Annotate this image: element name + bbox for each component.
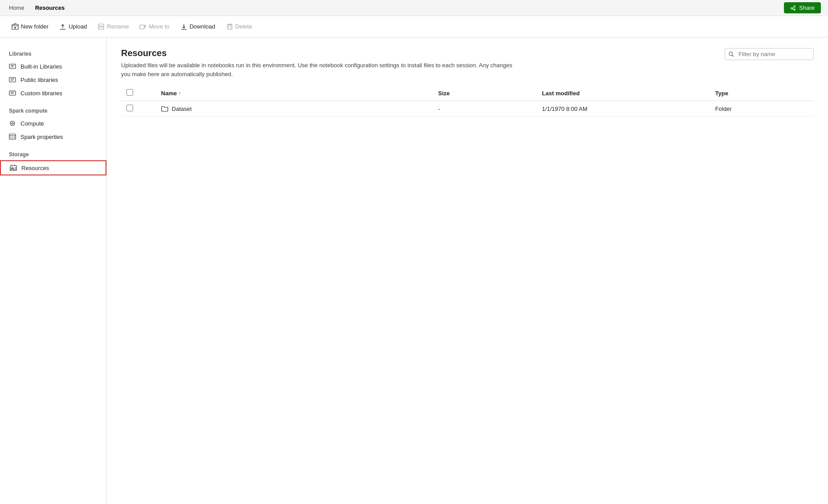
sidebar-item-compute[interactable]: Compute: [0, 117, 106, 130]
svg-rect-18: [9, 77, 16, 82]
nav-resources[interactable]: Resources: [33, 3, 66, 13]
row-checkbox[interactable]: [126, 105, 133, 111]
new-folder-label: New folder: [21, 23, 49, 30]
sort-arrow-icon: ↑: [179, 90, 181, 96]
row-checkbox-cell: [121, 101, 156, 117]
select-all-header: [121, 85, 156, 101]
content-title-block: Resources Uploaded files will be availab…: [121, 48, 522, 78]
compute-label: Compute: [20, 120, 44, 127]
rename-label: Rename: [107, 23, 129, 30]
download-button[interactable]: Download: [176, 21, 220, 33]
nav-links: Home Resources: [7, 3, 66, 13]
custom-label: Custom libraries: [20, 90, 62, 97]
row-name[interactable]: Dataset: [172, 106, 192, 112]
custom-icon: [9, 89, 16, 97]
content-description: Uploaded files will be available in note…: [121, 61, 522, 78]
toolbar: New folder Upload Rename Move to Dow: [0, 16, 828, 37]
filter-wrapper: [725, 48, 814, 60]
delete-button[interactable]: Delete: [222, 21, 257, 33]
sidebar-item-built-in[interactable]: Built-in Libraries: [0, 60, 106, 73]
spark-properties-label: Spark properties: [20, 134, 63, 140]
built-in-icon: [9, 63, 16, 70]
spark-properties-icon: [9, 133, 16, 140]
move-to-icon: [139, 23, 146, 30]
delete-icon: [226, 23, 233, 30]
svg-point-25: [12, 122, 13, 124]
svg-point-35: [729, 52, 733, 55]
main-layout: Libraries Built-in Libraries Public libr…: [0, 37, 828, 504]
row-modified-cell: 1/1/1970 8:00 AM: [537, 101, 710, 117]
type-column-header[interactable]: Type: [710, 85, 814, 101]
page-title: Resources: [121, 48, 522, 58]
rename-button[interactable]: Rename: [93, 21, 133, 33]
resources-label: Resources: [21, 165, 49, 171]
sidebar-item-custom[interactable]: Custom libraries: [0, 86, 106, 100]
svg-point-24: [10, 121, 15, 126]
share-label: Share: [799, 4, 815, 11]
size-col-label: Size: [438, 90, 450, 97]
built-in-label: Built-in Libraries: [20, 63, 62, 70]
type-col-label: Type: [715, 90, 728, 97]
rename-icon: [97, 23, 105, 30]
row-type-cell: Folder: [710, 101, 814, 117]
svg-rect-21: [9, 91, 16, 95]
public-icon: [9, 76, 16, 83]
upload-button[interactable]: Upload: [55, 21, 91, 33]
download-icon: [180, 23, 187, 30]
download-label: Download: [190, 23, 215, 30]
table-row: Dataset - 1/1/1970 8:00 AM Folder: [121, 101, 814, 117]
name-column-header[interactable]: Name ↑: [156, 85, 433, 101]
top-nav: Home Resources Share: [0, 0, 828, 16]
sidebar-item-spark-properties[interactable]: Spark properties: [0, 130, 106, 143]
sidebar: Libraries Built-in Libraries Public libr…: [0, 37, 107, 504]
row-size-cell: -: [433, 101, 536, 117]
sidebar-item-public[interactable]: Public libraries: [0, 73, 106, 86]
spark-section-label: Spark compute: [0, 103, 106, 117]
libraries-section-label: Libraries: [0, 46, 106, 60]
nav-home[interactable]: Home: [7, 3, 26, 13]
folder-icon: [161, 106, 168, 112]
upload-icon: [59, 23, 66, 30]
svg-line-36: [732, 55, 734, 57]
select-all-checkbox[interactable]: [126, 89, 133, 96]
new-folder-button[interactable]: New folder: [7, 21, 53, 33]
size-column-header[interactable]: Size: [433, 85, 536, 101]
file-table: Name ↑ Size Last modified Type: [121, 85, 814, 117]
filter-input[interactable]: [725, 48, 814, 60]
svg-rect-26: [9, 134, 16, 139]
storage-section-label: Storage: [0, 147, 106, 160]
row-name-cell: Dataset: [156, 101, 433, 117]
share-icon: [790, 5, 796, 11]
search-icon: [728, 51, 735, 57]
new-folder-icon: [12, 23, 19, 30]
delete-label: Delete: [235, 23, 252, 30]
sidebar-item-resources[interactable]: Resources: [0, 160, 106, 175]
svg-rect-15: [9, 64, 16, 69]
modified-column-header[interactable]: Last modified: [537, 85, 710, 101]
modified-col-label: Last modified: [542, 90, 580, 97]
public-label: Public libraries: [20, 77, 58, 83]
content-area: Resources Uploaded files will be availab…: [107, 37, 828, 504]
svg-rect-12: [227, 25, 232, 29]
compute-icon: [9, 120, 16, 127]
content-header: Resources Uploaded files will be availab…: [121, 48, 814, 78]
resources-icon: [10, 164, 17, 171]
upload-label: Upload: [69, 23, 87, 30]
svg-rect-9: [140, 25, 144, 29]
name-col-label: Name: [161, 90, 177, 97]
share-button[interactable]: Share: [784, 2, 821, 13]
move-to-button[interactable]: Move to: [135, 21, 174, 33]
move-to-label: Move to: [149, 23, 169, 30]
